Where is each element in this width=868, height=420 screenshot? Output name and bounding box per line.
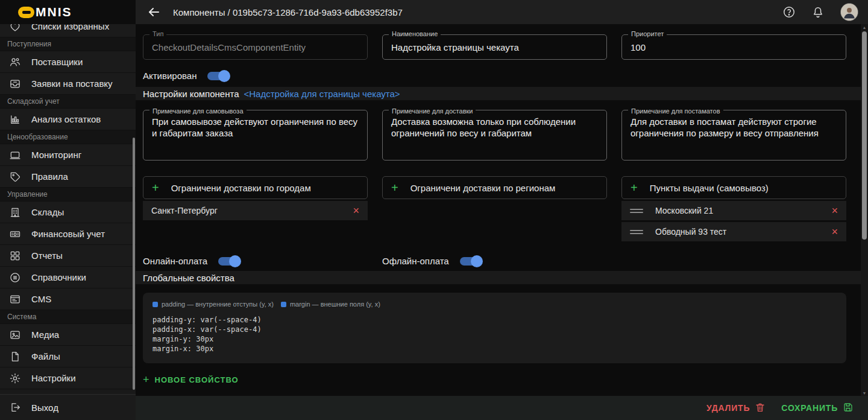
remove-item-icon[interactable]: ×	[831, 205, 838, 216]
online-payment-label: Онлайн-оплата	[143, 256, 207, 266]
list-panel: +Пункты выдачи (самовывоз)Московский 21×…	[621, 176, 846, 241]
trash-icon	[755, 402, 766, 415]
save-button[interactable]: СОХРАНИТЬ	[781, 402, 854, 415]
offline-payment-label: Офлайн-оплата	[382, 256, 449, 266]
sidebar-item-exit[interactable]: Выход	[0, 394, 136, 420]
avatar[interactable]	[840, 3, 858, 21]
sidebar-item[interactable]: Финансовый учет	[0, 223, 136, 245]
delivery-note-value: Доставка возможна только при соблюдении …	[391, 116, 576, 138]
list-item[interactable]: Обводный 93 тест×	[621, 222, 846, 241]
delete-button[interactable]: УДАЛИТЬ	[706, 402, 766, 415]
pickup-note-textarea[interactable]: Примечание для самовывоза При самовывозе…	[143, 110, 368, 161]
sidebar-item[interactable]: Анализ остатков	[0, 109, 136, 130]
list-title: Ограничени доставки по городам	[171, 183, 311, 193]
component-settings-strip: Настройки компонента <Надстройка для стр…	[136, 87, 861, 100]
payments-row: Онлайн-оплата Офлайн-оплата	[136, 256, 861, 266]
list-add-button[interactable]: +Ограничени доставки по регионам	[382, 176, 607, 199]
sidebar-item[interactable]: CMS	[0, 288, 136, 310]
delivery-note-textarea[interactable]: Примечание для доставки Доставка возможн…	[382, 110, 607, 161]
name-field[interactable]: Наименование Надстройка страницы чекаута	[382, 34, 607, 60]
props-legend: padding — внутренние отступы (y, x)margi…	[153, 301, 837, 308]
sidebar-item[interactable]: Файлы	[0, 346, 136, 368]
sidebar-item[interactable]: Медиа	[0, 324, 136, 346]
activated-toggle[interactable]	[207, 72, 228, 80]
sidebar-item-label: Справочники	[31, 272, 86, 282]
sidebar-item-label: Склады	[31, 207, 64, 217]
list-item[interactable]: Санкт-Петербург×	[143, 201, 368, 220]
sidebar-item-label: CMS	[31, 294, 51, 304]
global-props-title: Глобальные свойства	[143, 273, 234, 283]
delete-label: УДАЛИТЬ	[706, 403, 750, 413]
sidebar-scrollbar-thumb[interactable]	[133, 138, 135, 390]
header-actions	[782, 3, 858, 21]
sidebar-section-label: Поступления	[0, 37, 136, 51]
back-arrow-icon[interactable]	[146, 5, 161, 19]
bar-chart-icon	[8, 113, 22, 126]
list-item-label: Московский 21	[655, 206, 713, 215]
props-code: padding-y: var(--space-4) padding-x: var…	[153, 315, 837, 354]
name-field-value: Надстройка страницы чекаута	[391, 42, 519, 52]
lists-row: +Ограничени доставки по городамСанкт-Пет…	[136, 176, 861, 241]
sidebar-item[interactable]: Поставщики	[0, 51, 136, 73]
sidebar-item-label: Заявки на поставку	[31, 78, 113, 89]
sidebar-item[interactable]: Списки избранных	[0, 24, 136, 37]
activated-label: Активирован	[143, 71, 197, 81]
offline-payment-row: Офлайн-оплата	[382, 256, 607, 266]
sidebar-item-label: Отчеты	[31, 250, 63, 261]
pickup-note-label: Примечание для самовывоза	[149, 106, 247, 117]
offline-payment-toggle[interactable]	[460, 257, 480, 266]
sidebar-item-label: Выход	[31, 402, 58, 413]
sidebar-item[interactable]: Отчеты	[0, 245, 136, 267]
postamat-note-textarea[interactable]: Примечание для постаматов Для доставки в…	[621, 110, 846, 161]
money-icon	[8, 228, 22, 241]
list-add-button[interactable]: +Ограничени доставки по городам	[143, 176, 368, 199]
scroll-up-arrow[interactable]: ▲	[861, 24, 868, 30]
online-payment-toggle[interactable]	[218, 257, 239, 266]
tag-icon	[8, 170, 22, 183]
legend-text: margin — внешние поля (y, x)	[290, 301, 380, 308]
drag-handle-icon[interactable]	[630, 230, 643, 234]
bell-icon[interactable]	[811, 5, 825, 19]
sidebar-item[interactable]: Заявки на поставку	[0, 73, 136, 95]
help-icon[interactable]	[782, 5, 796, 19]
scroll-down-arrow[interactable]: ▼	[861, 390, 868, 396]
list-item[interactable]: Московский 21×	[621, 201, 846, 220]
save-label: СОХРАНИТЬ	[781, 403, 838, 413]
sidebar-item[interactable]: Правила	[0, 166, 136, 188]
omnis-logo[interactable]: MNIS	[18, 5, 72, 19]
main-content: Тип CheckoutDetailsCmsComponentEntity На…	[136, 24, 861, 396]
component-settings-title: Настройки компонента	[143, 89, 239, 99]
list-panel: +Ограничени доставки по регионам	[382, 176, 607, 241]
sidebar-item[interactable]: Настройки	[0, 368, 136, 389]
list-title: Ограничени доставки по регионам	[410, 183, 556, 193]
new-property-button[interactable]: + НОВОЕ СВОЙСТВО	[143, 374, 239, 385]
component-settings-link[interactable]: <Надстройка для страницы чекаута>	[244, 89, 400, 99]
online-payment-row: Онлайн-оплата	[143, 256, 368, 266]
plus-icon: +	[391, 182, 398, 194]
priority-field[interactable]: Приоритет 100	[621, 34, 846, 60]
logo-bar: MNIS	[0, 0, 136, 24]
sidebar-item[interactable]: Мониторинг	[0, 144, 136, 166]
fields-row: Тип CheckoutDetailsCmsComponentEntity На…	[136, 34, 861, 60]
name-field-label: Наименование	[389, 30, 441, 37]
legend-text: padding — внутренние отступы (y, x)	[162, 301, 274, 308]
sidebar-item-label: Медиа	[31, 329, 59, 340]
warehouse-icon	[8, 206, 22, 219]
notes-row: Примечание для самовывоза При самовывозе…	[136, 110, 861, 161]
gear-icon	[8, 372, 22, 385]
sidebar-item-label: Настройки	[31, 373, 76, 383]
content-scrollbar-thumb[interactable]	[862, 31, 867, 240]
media-icon	[8, 328, 22, 342]
file-icon	[8, 350, 22, 363]
remove-item-icon[interactable]: ×	[353, 205, 359, 216]
list-add-button[interactable]: +Пункты выдачи (самовывоз)	[621, 176, 846, 199]
sidebar-section-label: Ценообразование	[0, 130, 136, 144]
sidebar-item[interactable]: Склады	[0, 202, 136, 223]
priority-field-value: 100	[631, 42, 646, 52]
remove-item-icon[interactable]: ×	[831, 226, 838, 237]
plus-icon: +	[631, 182, 638, 194]
drag-handle-icon[interactable]	[630, 209, 643, 213]
sidebar-item[interactable]: Справочники	[0, 267, 136, 288]
type-field: Тип CheckoutDetailsCmsComponentEntity	[143, 34, 368, 60]
legend-color-dot	[281, 302, 286, 307]
